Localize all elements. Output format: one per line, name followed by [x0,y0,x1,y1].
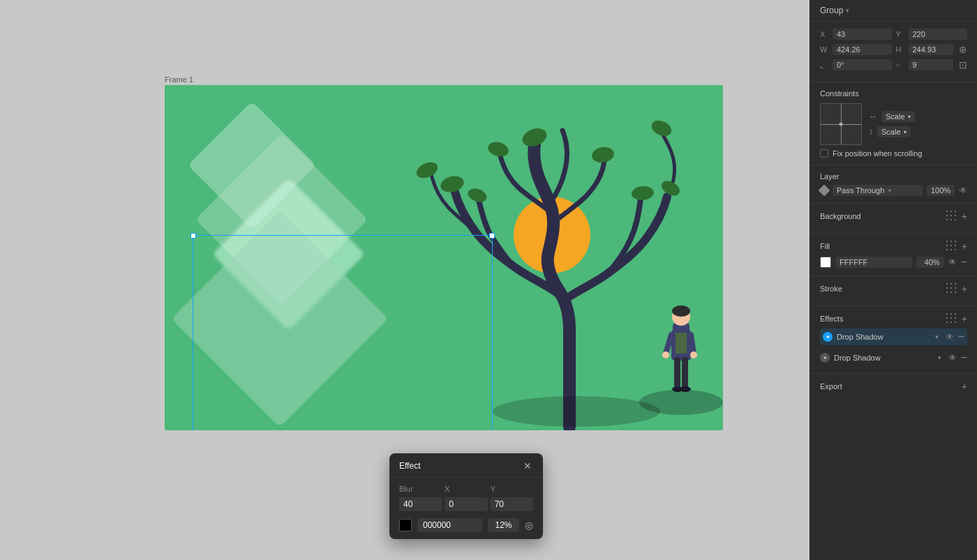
fullscreen-icon[interactable]: ⊡ [959,59,967,70]
angle-field: ⌞ 0° [820,59,892,70]
y-label: Y [491,485,533,493]
effect-1-visibility[interactable]: 👁 [946,332,954,342]
effect-2-name: Drop Shadow [834,354,934,362]
geometry-section: X 43 Y 220 W 424.26 H 244.93 ⊕ ⌞ 0° [810,22,977,82]
w-field: W 424.26 [820,44,892,55]
svg-point-25 [493,396,660,427]
y-field-value[interactable]: 220 [909,29,968,40]
effect-column-values: 40 0 70 [399,497,533,511]
h-field-label: H [896,45,906,54]
background-section: Background + [810,204,977,234]
fix-scroll-checkbox[interactable] [820,149,828,158]
effects-actions: + [946,313,967,324]
v-constraint-select[interactable]: Scale ▾ [877,126,911,137]
angle-row: ⌞ 0° ○ 9 ⊡ [820,59,967,70]
constraints-section: Constraints ↔ Scale ▾ ↕ Scale [810,82,977,165]
layer-visibility-icon[interactable]: 👁 [959,186,967,195]
export-title: Export [820,382,842,391]
layer-title: Layer [820,172,967,181]
effect-1-remove[interactable]: − [958,331,964,343]
effect-1-chevron: ▾ [935,333,939,340]
corner-field: ○ 9 ⊡ [896,59,968,70]
svg-point-23 [690,351,697,358]
blend-mode-icon [819,185,830,197]
fill-actions: + [946,241,967,252]
x-value[interactable]: 0 [445,497,487,511]
constraint-visual [820,103,862,145]
y-value[interactable]: 70 [491,497,533,511]
h-constraint-icon: ↔ [869,112,877,121]
blur-value[interactable]: 40 [399,497,442,511]
constraints-grid: ↔ Scale ▾ ↕ Scale ▾ [820,103,967,145]
export-section: Export + [810,374,977,403]
x-label: X [445,485,487,493]
svg-rect-18 [674,357,680,388]
xy-row: X 43 Y 220 [820,29,967,40]
effect-2-icon: ✦ [820,353,830,363]
effect-item-1[interactable]: ✦ Drop Shadow ▾ 👁 − [820,328,967,345]
stroke-section: Stroke + [810,276,977,306]
effect-popup: Effect ✕ Blur X Y 40 0 70 000000 12% ◎ [389,453,543,539]
fix-scroll-label: Fix position when scrolling [833,149,922,158]
blend-mode-chevron: ▾ [888,188,891,194]
fill-grid-icon[interactable] [946,241,957,252]
effect-popup-header: Effect ✕ [389,453,543,478]
effect-close-button[interactable]: ✕ [522,460,533,471]
effect-1-name: Drop Shadow [837,333,931,341]
effect-2-remove[interactable]: − [961,351,967,364]
background-actions: + [946,211,967,222]
h-field-value[interactable]: 244.93 [909,44,954,55]
effects-grid-icon[interactable] [946,313,957,324]
export-add-button[interactable]: + [962,381,967,392]
export-header: Export + [820,381,967,392]
v-constraint-row: ↕ Scale ▾ [869,126,967,137]
fix-scroll-row: Fix position when scrolling [820,149,967,158]
blend-mode-select[interactable]: Pass Through ▾ [833,185,923,196]
background-add-button[interactable]: + [962,211,967,222]
color-swatch[interactable] [399,519,412,531]
angle-label: ⌞ [820,61,830,70]
x-field: X 43 [820,29,892,40]
constraint-center [840,123,843,126]
fill-color-swatch[interactable] [820,257,831,268]
group-label: Group ▾ [820,6,849,15]
corner-value[interactable]: 9 [909,59,954,70]
fill-hex-input[interactable]: FFFFFF [835,257,912,268]
stroke-add-button[interactable]: + [962,283,967,294]
fill-title: Fill [820,242,830,250]
effect-2-visibility[interactable]: 👁 [948,353,957,363]
blend-mode-value: Pass Through [837,186,884,195]
layer-opacity[interactable]: 100% [927,185,955,196]
stroke-title: Stroke [820,285,842,293]
layer-section: Layer Pass Through ▾ 100% 👁 [810,165,977,204]
h-constraint-select[interactable]: Scale ▾ [881,111,915,122]
corner-label: ○ [896,61,906,69]
y-field: Y 220 [896,29,968,40]
effects-add-button[interactable]: + [962,313,967,324]
fill-section: Fill + FFFFFF 40% 👁 − [810,234,977,276]
group-chevron[interactable]: ▾ [846,7,849,14]
effect-popup-title: Effect [399,461,420,471]
stroke-actions: + [946,283,967,294]
w-field-value[interactable]: 424.26 [833,44,892,55]
x-field-value[interactable]: 43 [833,29,892,40]
background-grid-icon[interactable] [946,211,957,222]
fill-opacity[interactable]: 40% [916,257,944,268]
svg-rect-19 [682,357,688,388]
fill-visibility-icon[interactable]: 👁 [948,257,957,267]
stroke-grid-icon[interactable] [946,283,957,294]
color-hex-input[interactable]: 000000 [417,518,482,532]
v-constraint-chevron: ▾ [904,129,907,135]
layer-row: Pass Through ▾ 100% 👁 [820,185,967,196]
frame-label: Frame 1 [165,75,193,84]
angle-value[interactable]: 0° [833,59,892,70]
blur-label: Blur [399,485,442,493]
lock-ratio-icon[interactable]: ⊕ [959,44,967,55]
h-constraint-chevron: ▾ [908,114,911,120]
fill-add-button[interactable]: + [962,241,967,252]
effect-item-2[interactable]: ✦ Drop Shadow ▾ 👁 − [820,349,967,366]
wh-row: W 424.26 H 244.93 ⊕ [820,44,967,55]
effect-opacity[interactable]: 12% [488,518,519,532]
fill-remove-button[interactable]: − [961,256,967,268]
effect-popup-body: Blur X Y 40 0 70 000000 12% ◎ [389,478,543,539]
